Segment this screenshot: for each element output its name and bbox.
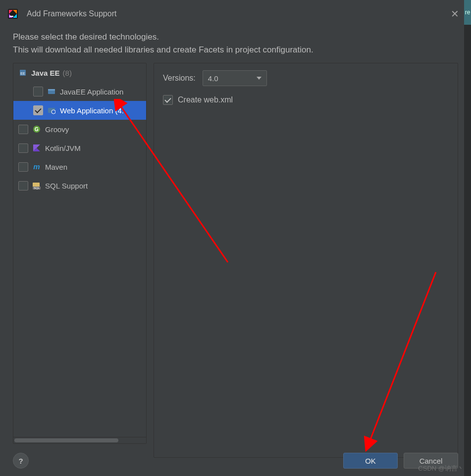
tree-item-label: Kotlin/JVM	[45, 144, 81, 152]
javaee-group-icon: EE	[18, 68, 27, 77]
tree-item-label: JavaEE Application	[60, 88, 123, 96]
dialog-title: Add Frameworks Support	[27, 9, 116, 18]
create-webxml-checkbox[interactable]	[163, 95, 173, 105]
close-icon[interactable]: ✕	[446, 6, 464, 22]
svg-point-7	[52, 110, 55, 114]
tree-item-label: Groovy	[45, 125, 69, 134]
svg-rect-1	[9, 16, 13, 17]
create-webxml-row[interactable]: Create web.xml	[163, 95, 449, 105]
scrollbar-thumb[interactable]	[14, 438, 118, 442]
tree-item-maven[interactable]: m Maven	[13, 157, 146, 176]
title-bar: Add Frameworks Support ✕	[0, 0, 471, 28]
dialog-description: Please select the desired technologies. …	[0, 28, 471, 63]
ok-button[interactable]: OK	[343, 453, 398, 469]
tree-item-label: Maven	[45, 163, 67, 171]
frameworks-tree[interactable]: EE Java EE (8) JavaEE Application Web Ap…	[13, 63, 146, 437]
chevron-down-icon	[257, 77, 262, 80]
svg-rect-5	[48, 89, 55, 91]
checkbox[interactable]	[33, 105, 43, 115]
framework-details-panel: Versions: 4.0 Create web.xml	[154, 63, 458, 458]
maven-icon: m	[32, 162, 41, 171]
svg-text:m: m	[33, 163, 40, 171]
checkbox[interactable]	[18, 181, 28, 190]
versions-select[interactable]: 4.0	[203, 70, 267, 86]
checkbox[interactable]	[33, 87, 43, 96]
checkbox[interactable]	[18, 162, 28, 172]
svg-text:G: G	[35, 127, 39, 132]
sql-icon: SQL	[32, 181, 41, 190]
versions-value: 4.0	[208, 74, 218, 83]
horizontal-scrollbar[interactable]	[13, 437, 146, 443]
help-button[interactable]: ?	[13, 453, 29, 469]
watermark: CSDN @讷言丶	[418, 464, 464, 473]
tree-item-sql-support[interactable]: SQL SQL Support	[13, 176, 146, 195]
web-app-icon	[47, 106, 56, 115]
tree-group-javaee[interactable]: EE Java EE (8)	[13, 63, 146, 82]
tree-item-label: SQL Support	[45, 182, 88, 190]
versions-label: Versions:	[163, 74, 196, 83]
tree-item-web-application[interactable]: Web Application (4.	[13, 101, 146, 120]
tree-group-label: Java EE	[31, 69, 60, 77]
dialog-footer: ? OK Cancel	[0, 445, 471, 476]
app-icon	[7, 8, 19, 20]
tree-item-label: Web Application (4.	[60, 106, 124, 115]
groovy-icon: G	[32, 125, 41, 134]
svg-text:EE: EE	[20, 72, 25, 75]
cropped-tab-icon: re	[464, 0, 471, 25]
tree-item-javaee-application[interactable]: JavaEE Application	[13, 82, 146, 101]
checkbox[interactable]	[18, 125, 28, 134]
javaee-app-icon	[47, 87, 56, 96]
cropped-edge	[464, 25, 471, 476]
checkbox[interactable]	[18, 143, 28, 153]
kotlin-icon	[32, 143, 41, 152]
tree-item-kotlin[interactable]: Kotlin/JVM	[13, 139, 146, 157]
tree-group-count: (8)	[63, 69, 72, 77]
tree-item-groovy[interactable]: G Groovy	[13, 120, 146, 139]
create-webxml-label: Create web.xml	[178, 95, 233, 104]
versions-row: Versions: 4.0	[163, 70, 449, 86]
frameworks-tree-panel: EE Java EE (8) JavaEE Application Web Ap…	[13, 63, 147, 444]
svg-text:SQL: SQL	[34, 187, 40, 190]
